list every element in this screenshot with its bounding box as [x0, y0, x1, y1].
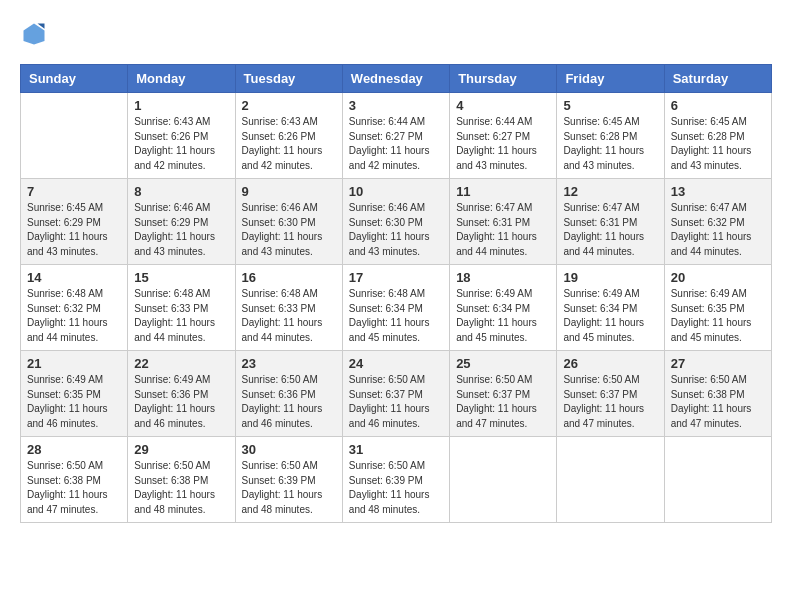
calendar-cell: 18Sunrise: 6:49 AM Sunset: 6:34 PM Dayli… — [450, 265, 557, 351]
calendar-cell: 15Sunrise: 6:48 AM Sunset: 6:33 PM Dayli… — [128, 265, 235, 351]
calendar-week-row: 1Sunrise: 6:43 AM Sunset: 6:26 PM Daylig… — [21, 93, 772, 179]
calendar-cell: 6Sunrise: 6:45 AM Sunset: 6:28 PM Daylig… — [664, 93, 771, 179]
calendar-cell: 16Sunrise: 6:48 AM Sunset: 6:33 PM Dayli… — [235, 265, 342, 351]
calendar-cell: 5Sunrise: 6:45 AM Sunset: 6:28 PM Daylig… — [557, 93, 664, 179]
weekday-header-thursday: Thursday — [450, 65, 557, 93]
day-info: Sunrise: 6:47 AM Sunset: 6:31 PM Dayligh… — [456, 201, 550, 259]
day-info: Sunrise: 6:49 AM Sunset: 6:36 PM Dayligh… — [134, 373, 228, 431]
day-info: Sunrise: 6:50 AM Sunset: 6:38 PM Dayligh… — [27, 459, 121, 517]
day-info: Sunrise: 6:50 AM Sunset: 6:39 PM Dayligh… — [242, 459, 336, 517]
calendar-cell: 22Sunrise: 6:49 AM Sunset: 6:36 PM Dayli… — [128, 351, 235, 437]
day-number: 30 — [242, 442, 336, 457]
day-info: Sunrise: 6:45 AM Sunset: 6:29 PM Dayligh… — [27, 201, 121, 259]
day-info: Sunrise: 6:47 AM Sunset: 6:32 PM Dayligh… — [671, 201, 765, 259]
day-info: Sunrise: 6:43 AM Sunset: 6:26 PM Dayligh… — [134, 115, 228, 173]
day-info: Sunrise: 6:43 AM Sunset: 6:26 PM Dayligh… — [242, 115, 336, 173]
calendar-cell: 25Sunrise: 6:50 AM Sunset: 6:37 PM Dayli… — [450, 351, 557, 437]
calendar-cell: 9Sunrise: 6:46 AM Sunset: 6:30 PM Daylig… — [235, 179, 342, 265]
day-number: 12 — [563, 184, 657, 199]
weekday-header-monday: Monday — [128, 65, 235, 93]
calendar-cell: 19Sunrise: 6:49 AM Sunset: 6:34 PM Dayli… — [557, 265, 664, 351]
day-number: 16 — [242, 270, 336, 285]
day-number: 18 — [456, 270, 550, 285]
weekday-header-wednesday: Wednesday — [342, 65, 449, 93]
day-number: 19 — [563, 270, 657, 285]
day-number: 1 — [134, 98, 228, 113]
weekday-header-friday: Friday — [557, 65, 664, 93]
day-info: Sunrise: 6:48 AM Sunset: 6:34 PM Dayligh… — [349, 287, 443, 345]
calendar-cell — [557, 437, 664, 523]
day-number: 11 — [456, 184, 550, 199]
day-info: Sunrise: 6:47 AM Sunset: 6:31 PM Dayligh… — [563, 201, 657, 259]
day-info: Sunrise: 6:46 AM Sunset: 6:30 PM Dayligh… — [349, 201, 443, 259]
day-number: 17 — [349, 270, 443, 285]
calendar-cell: 31Sunrise: 6:50 AM Sunset: 6:39 PM Dayli… — [342, 437, 449, 523]
day-number: 8 — [134, 184, 228, 199]
weekday-header-tuesday: Tuesday — [235, 65, 342, 93]
day-number: 9 — [242, 184, 336, 199]
calendar-cell: 23Sunrise: 6:50 AM Sunset: 6:36 PM Dayli… — [235, 351, 342, 437]
day-info: Sunrise: 6:48 AM Sunset: 6:32 PM Dayligh… — [27, 287, 121, 345]
calendar-cell: 21Sunrise: 6:49 AM Sunset: 6:35 PM Dayli… — [21, 351, 128, 437]
day-number: 28 — [27, 442, 121, 457]
day-info: Sunrise: 6:49 AM Sunset: 6:35 PM Dayligh… — [671, 287, 765, 345]
calendar-cell: 4Sunrise: 6:44 AM Sunset: 6:27 PM Daylig… — [450, 93, 557, 179]
calendar-cell: 28Sunrise: 6:50 AM Sunset: 6:38 PM Dayli… — [21, 437, 128, 523]
calendar-cell: 13Sunrise: 6:47 AM Sunset: 6:32 PM Dayli… — [664, 179, 771, 265]
calendar-cell: 11Sunrise: 6:47 AM Sunset: 6:31 PM Dayli… — [450, 179, 557, 265]
day-number: 13 — [671, 184, 765, 199]
day-info: Sunrise: 6:49 AM Sunset: 6:34 PM Dayligh… — [563, 287, 657, 345]
calendar-cell: 14Sunrise: 6:48 AM Sunset: 6:32 PM Dayli… — [21, 265, 128, 351]
calendar-cell — [450, 437, 557, 523]
calendar-week-row: 14Sunrise: 6:48 AM Sunset: 6:32 PM Dayli… — [21, 265, 772, 351]
calendar-cell: 27Sunrise: 6:50 AM Sunset: 6:38 PM Dayli… — [664, 351, 771, 437]
day-info: Sunrise: 6:49 AM Sunset: 6:34 PM Dayligh… — [456, 287, 550, 345]
weekday-header-saturday: Saturday — [664, 65, 771, 93]
calendar-cell: 17Sunrise: 6:48 AM Sunset: 6:34 PM Dayli… — [342, 265, 449, 351]
day-number: 15 — [134, 270, 228, 285]
logo-icon — [20, 20, 48, 48]
calendar-cell — [664, 437, 771, 523]
calendar-cell: 8Sunrise: 6:46 AM Sunset: 6:29 PM Daylig… — [128, 179, 235, 265]
calendar-cell: 7Sunrise: 6:45 AM Sunset: 6:29 PM Daylig… — [21, 179, 128, 265]
day-info: Sunrise: 6:50 AM Sunset: 6:36 PM Dayligh… — [242, 373, 336, 431]
svg-marker-0 — [24, 24, 45, 45]
day-number: 31 — [349, 442, 443, 457]
day-info: Sunrise: 6:44 AM Sunset: 6:27 PM Dayligh… — [349, 115, 443, 173]
calendar-cell: 10Sunrise: 6:46 AM Sunset: 6:30 PM Dayli… — [342, 179, 449, 265]
calendar-cell: 1Sunrise: 6:43 AM Sunset: 6:26 PM Daylig… — [128, 93, 235, 179]
calendar-cell: 3Sunrise: 6:44 AM Sunset: 6:27 PM Daylig… — [342, 93, 449, 179]
day-number: 23 — [242, 356, 336, 371]
day-number: 22 — [134, 356, 228, 371]
logo — [20, 20, 52, 48]
day-number: 29 — [134, 442, 228, 457]
calendar-cell: 30Sunrise: 6:50 AM Sunset: 6:39 PM Dayli… — [235, 437, 342, 523]
day-number: 26 — [563, 356, 657, 371]
day-info: Sunrise: 6:50 AM Sunset: 6:38 PM Dayligh… — [134, 459, 228, 517]
day-number: 14 — [27, 270, 121, 285]
day-number: 25 — [456, 356, 550, 371]
calendar-header-row: SundayMondayTuesdayWednesdayThursdayFrid… — [21, 65, 772, 93]
day-number: 3 — [349, 98, 443, 113]
calendar-cell: 24Sunrise: 6:50 AM Sunset: 6:37 PM Dayli… — [342, 351, 449, 437]
day-info: Sunrise: 6:49 AM Sunset: 6:35 PM Dayligh… — [27, 373, 121, 431]
day-info: Sunrise: 6:50 AM Sunset: 6:38 PM Dayligh… — [671, 373, 765, 431]
calendar-table: SundayMondayTuesdayWednesdayThursdayFrid… — [20, 64, 772, 523]
calendar-cell: 20Sunrise: 6:49 AM Sunset: 6:35 PM Dayli… — [664, 265, 771, 351]
day-info: Sunrise: 6:50 AM Sunset: 6:37 PM Dayligh… — [563, 373, 657, 431]
calendar-week-row: 21Sunrise: 6:49 AM Sunset: 6:35 PM Dayli… — [21, 351, 772, 437]
weekday-header-sunday: Sunday — [21, 65, 128, 93]
day-number: 21 — [27, 356, 121, 371]
calendar-week-row: 7Sunrise: 6:45 AM Sunset: 6:29 PM Daylig… — [21, 179, 772, 265]
day-info: Sunrise: 6:48 AM Sunset: 6:33 PM Dayligh… — [242, 287, 336, 345]
calendar-cell: 12Sunrise: 6:47 AM Sunset: 6:31 PM Dayli… — [557, 179, 664, 265]
calendar-cell — [21, 93, 128, 179]
day-info: Sunrise: 6:48 AM Sunset: 6:33 PM Dayligh… — [134, 287, 228, 345]
day-info: Sunrise: 6:50 AM Sunset: 6:37 PM Dayligh… — [349, 373, 443, 431]
day-number: 27 — [671, 356, 765, 371]
page-header — [20, 20, 772, 48]
day-info: Sunrise: 6:44 AM Sunset: 6:27 PM Dayligh… — [456, 115, 550, 173]
day-number: 5 — [563, 98, 657, 113]
day-number: 7 — [27, 184, 121, 199]
day-info: Sunrise: 6:46 AM Sunset: 6:29 PM Dayligh… — [134, 201, 228, 259]
